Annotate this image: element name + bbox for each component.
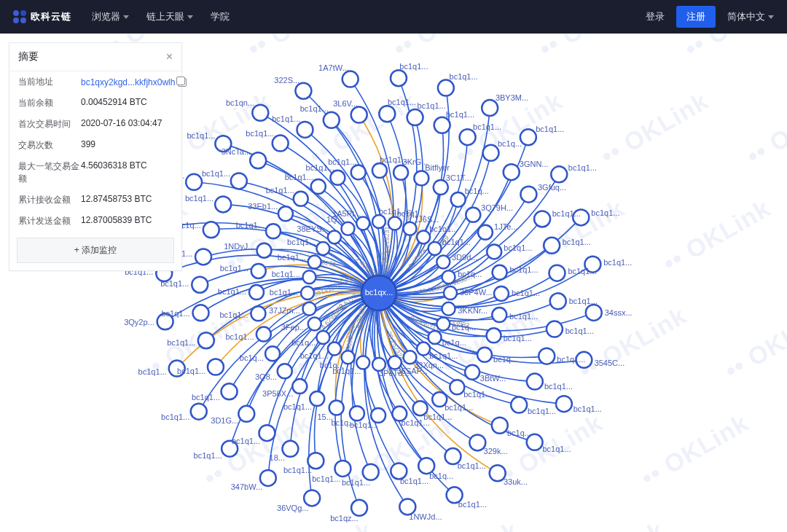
graph-node[interactable] (487, 328, 501, 343)
graph-node[interactable] (466, 208, 480, 222)
graph-node[interactable] (520, 129, 536, 145)
graph-node[interactable] (251, 264, 266, 278)
graph-node[interactable] (351, 165, 366, 179)
nav-browser[interactable]: 浏览器 (92, 10, 129, 23)
graph-node[interactable] (391, 70, 407, 86)
graph-node[interactable] (442, 302, 455, 316)
graph-node[interactable] (483, 145, 499, 161)
graph-node[interactable] (257, 243, 271, 258)
graph-node[interactable] (477, 348, 492, 362)
graph-node[interactable] (436, 255, 450, 268)
graph-node[interactable] (434, 117, 450, 133)
graph-node[interactable] (295, 83, 311, 99)
graph-node[interactable] (556, 396, 572, 412)
graph-node[interactable] (273, 136, 289, 152)
graph-node[interactable] (478, 225, 493, 240)
graph-node[interactable] (372, 163, 387, 178)
graph-node[interactable] (251, 306, 265, 321)
graph-node[interactable] (265, 346, 280, 361)
graph-center-node[interactable]: bc1qx... (361, 275, 396, 310)
graph-node[interactable] (414, 171, 428, 185)
language-select[interactable]: 简体中文 (727, 10, 774, 23)
graph-node[interactable] (547, 321, 563, 337)
graph-node[interactable] (487, 244, 501, 259)
graph-node[interactable] (249, 285, 264, 300)
graph-node[interactable] (388, 216, 402, 230)
graph-node[interactable] (310, 391, 324, 406)
graph-node[interactable] (316, 242, 329, 255)
graph-node[interactable] (260, 470, 276, 486)
graph-node[interactable] (301, 286, 314, 300)
graph-node[interactable] (534, 211, 550, 227)
graph-node[interactable] (444, 286, 457, 300)
graph-node[interactable] (198, 332, 214, 348)
brand-logo[interactable]: 欧科云链 (13, 10, 71, 23)
graph-node[interactable] (511, 397, 527, 413)
graph-node[interactable] (195, 249, 211, 265)
graph-node[interactable] (259, 425, 275, 441)
graph-node[interactable] (450, 380, 464, 394)
graph-node[interactable] (215, 196, 231, 212)
address-link[interactable]: bc1qxy2kgd...kkfjhx0wlh (81, 76, 187, 88)
graph-node[interactable] (252, 105, 268, 121)
graph-node[interactable] (257, 327, 271, 342)
graph-node[interactable] (351, 107, 367, 123)
graph-node[interactable] (460, 129, 476, 145)
graph-node[interactable] (417, 230, 430, 243)
graph-node[interactable] (191, 404, 207, 420)
graph-node[interactable] (417, 343, 430, 356)
graph-node[interactable] (504, 164, 520, 180)
graph-node[interactable] (436, 318, 450, 331)
graph-node[interactable] (482, 100, 498, 116)
graph-node[interactable] (324, 112, 340, 128)
graph-node[interactable] (493, 265, 507, 280)
graph-node[interactable] (208, 359, 224, 375)
graph-node[interactable] (539, 348, 555, 364)
graph-node[interactable] (278, 364, 292, 378)
graph-node[interactable] (302, 270, 316, 283)
graph-node[interactable] (494, 286, 509, 301)
graph-node[interactable] (330, 171, 345, 185)
graph-node[interactable] (342, 71, 359, 87)
graph-node[interactable] (231, 173, 247, 189)
graph-node[interactable] (586, 305, 602, 321)
copy-icon[interactable] (178, 78, 187, 87)
nav-chain-eye[interactable]: 链上天眼 (146, 10, 193, 23)
graph-node[interactable] (527, 374, 543, 390)
graph-node[interactable] (186, 174, 202, 190)
graph-node[interactable] (428, 242, 442, 255)
graph-node[interactable] (250, 152, 266, 168)
graph-node[interactable] (278, 206, 293, 221)
graph-node[interactable] (434, 180, 448, 195)
graph-node[interactable] (404, 222, 417, 235)
graph-node[interactable] (438, 80, 454, 96)
graph-node[interactable] (238, 406, 254, 422)
graph-node[interactable] (520, 187, 536, 203)
graph-node[interactable] (292, 379, 307, 394)
add-monitor-button[interactable]: + 添加监控 (17, 238, 174, 263)
login-button[interactable]: 登录 (646, 10, 665, 23)
graph-node[interactable] (492, 308, 506, 322)
graph-node[interactable] (551, 166, 567, 182)
graph-node[interactable] (550, 293, 566, 309)
graph-node[interactable] (311, 179, 326, 194)
graph-node[interactable] (451, 192, 466, 207)
graph-node[interactable] (465, 365, 479, 380)
graph-node[interactable] (203, 222, 219, 238)
graph-node[interactable] (372, 215, 385, 228)
nav-academy[interactable]: 学院 (211, 10, 230, 23)
graph-node[interactable] (341, 222, 354, 235)
graph-node[interactable] (193, 305, 209, 321)
graph-node[interactable] (302, 302, 316, 316)
graph-node[interactable] (356, 216, 369, 230)
graph-node[interactable] (328, 343, 341, 356)
close-icon[interactable]: × (166, 51, 173, 63)
graph-node[interactable] (316, 331, 329, 344)
graph-node[interactable] (549, 265, 565, 281)
graph-node[interactable] (328, 230, 341, 243)
register-button[interactable]: 注册 (676, 6, 716, 28)
graph-node[interactable] (308, 255, 321, 268)
graph-node[interactable] (222, 383, 238, 399)
graph-node[interactable] (294, 192, 308, 206)
graph-node[interactable] (442, 270, 455, 283)
